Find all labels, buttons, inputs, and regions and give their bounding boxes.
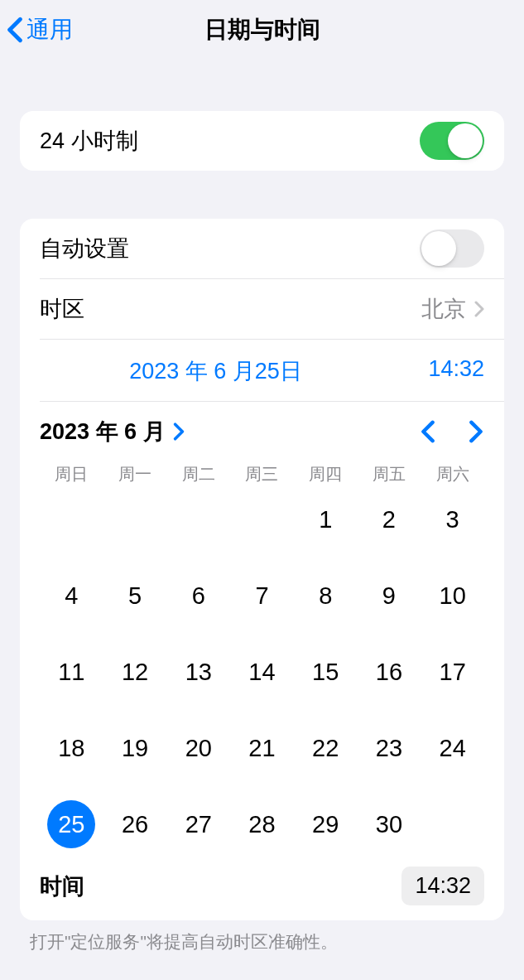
calendar-day[interactable]: 15 — [294, 649, 358, 694]
calendar-day[interactable]: 9 — [358, 573, 421, 618]
toggle-knob — [448, 123, 483, 158]
calendar: 2023 年 6 月 周日周一周二周三周四周五周六 12345678910111… — [20, 402, 504, 920]
calendar-next-button[interactable] — [468, 420, 484, 443]
calendar-empty-cell — [166, 497, 230, 542]
auto-set-label: 自动设置 — [40, 234, 420, 263]
calendar-weekday: 周三 — [230, 463, 294, 485]
calendar-day[interactable]: 22 — [294, 726, 358, 770]
calendar-day[interactable]: 12 — [103, 649, 167, 694]
chevron-left-icon — [7, 17, 23, 43]
selected-time[interactable]: 14:32 — [392, 356, 484, 386]
footer-note: 打开"定位服务"将提高自动时区准确性。 — [0, 920, 524, 953]
selected-date[interactable]: 2023 年 6 月25日 — [40, 356, 392, 386]
time-label: 时间 — [40, 871, 401, 901]
calendar-weekday: 周日 — [40, 463, 103, 485]
calendar-day[interactable]: 20 — [166, 726, 230, 770]
calendar-day[interactable]: 23 — [358, 726, 421, 770]
calendar-day[interactable]: 8 — [294, 573, 358, 618]
calendar-day[interactable]: 16 — [358, 649, 421, 694]
calendar-empty-cell — [230, 497, 294, 542]
calendar-day[interactable]: 29 — [294, 802, 358, 847]
page-title: 日期与时间 — [0, 14, 524, 46]
toggle-knob — [421, 231, 456, 266]
calendar-day[interactable]: 14 — [230, 649, 294, 694]
calendar-day[interactable]: 13 — [166, 649, 230, 694]
auto-set-row: 自动设置 — [20, 219, 504, 278]
selected-datetime-row: 2023 年 6 月25日 14:32 — [20, 340, 504, 401]
calendar-day[interactable]: 10 — [421, 573, 484, 618]
time-picker-button[interactable]: 14:32 — [401, 867, 484, 905]
calendar-month-button[interactable]: 2023 年 6 月 — [40, 417, 185, 447]
calendar-weekday: 周五 — [358, 463, 421, 485]
calendar-weekday: 周六 — [421, 463, 484, 485]
clock-24h-toggle[interactable] — [420, 122, 484, 160]
chevron-right-icon — [172, 422, 185, 441]
calendar-weekday: 周二 — [166, 463, 230, 485]
calendar-day[interactable]: 26 — [103, 802, 167, 847]
clock-24h-label: 24 小时制 — [40, 126, 420, 156]
chevron-right-icon — [474, 301, 484, 317]
calendar-weekday: 周四 — [294, 463, 358, 485]
calendar-empty-cell — [103, 497, 167, 542]
calendar-day[interactable]: 24 — [421, 726, 484, 770]
calendar-empty-cell — [40, 497, 103, 542]
back-button[interactable]: 通用 — [7, 14, 73, 46]
timezone-label: 时区 — [40, 294, 421, 324]
calendar-day[interactable]: 4 — [40, 573, 103, 618]
timezone-value: 北京 — [421, 294, 466, 324]
clock-24h-row: 24 小时制 — [20, 111, 504, 171]
calendar-day[interactable]: 25 — [40, 802, 103, 847]
calendar-day[interactable]: 30 — [358, 802, 421, 847]
calendar-day[interactable]: 2 — [358, 497, 421, 542]
calendar-day[interactable]: 21 — [230, 726, 294, 770]
calendar-day[interactable]: 5 — [103, 573, 167, 618]
calendar-day[interactable]: 3 — [421, 497, 484, 542]
calendar-weekday: 周一 — [103, 463, 167, 485]
timezone-row[interactable]: 时区 北京 — [20, 279, 504, 339]
calendar-day[interactable]: 7 — [230, 573, 294, 618]
calendar-day[interactable]: 1 — [294, 497, 358, 542]
calendar-day[interactable]: 17 — [421, 649, 484, 694]
calendar-month-label: 2023 年 6 月 — [40, 417, 166, 447]
calendar-day[interactable]: 6 — [166, 573, 230, 618]
back-label: 通用 — [26, 14, 73, 46]
calendar-day[interactable]: 28 — [230, 802, 294, 847]
calendar-prev-button[interactable] — [420, 420, 436, 443]
calendar-day[interactable]: 19 — [103, 726, 167, 770]
calendar-day[interactable]: 18 — [40, 726, 103, 770]
calendar-day[interactable]: 27 — [166, 802, 230, 847]
calendar-day[interactable]: 11 — [40, 649, 103, 694]
auto-set-toggle[interactable] — [420, 229, 484, 268]
time-row: 时间 14:32 — [40, 862, 484, 907]
